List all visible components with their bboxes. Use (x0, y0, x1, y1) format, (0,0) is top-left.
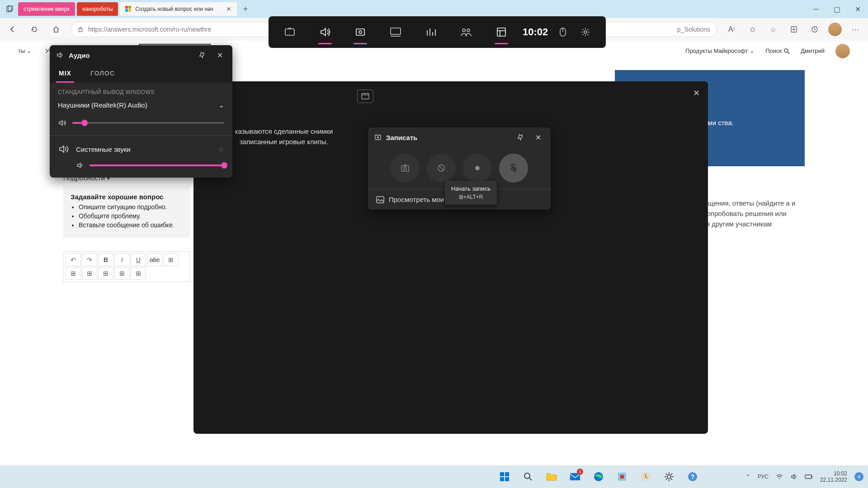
star-button[interactable]: ✩ (745, 22, 760, 37)
tab-2[interactable]: нанороботы (77, 2, 118, 16)
tips-title: Задавайте хорошие вопрос (71, 193, 183, 201)
wifi-icon[interactable] (776, 473, 783, 480)
underline-button[interactable]: U (131, 253, 146, 266)
gb-mouse-icon[interactable] (552, 16, 574, 48)
tab-close-icon[interactable]: ✕ (226, 5, 231, 13)
table-button[interactable]: ⊞ (163, 253, 179, 266)
start-record-button[interactable] (463, 154, 492, 183)
maximize-button[interactable]: ▢ (826, 0, 847, 18)
search-taskbar-button[interactable] (518, 468, 538, 486)
back-button[interactable] (5, 22, 20, 37)
close-window-button[interactable]: ✕ (847, 0, 868, 18)
svg-rect-10 (362, 94, 369, 99)
last30-button[interactable] (427, 154, 456, 183)
svg-rect-17 (497, 28, 505, 36)
profile-avatar[interactable] (828, 23, 842, 36)
lock-icon (77, 26, 84, 33)
tray-time[interactable]: 10:02 (820, 470, 847, 477)
svg-rect-5 (128, 9, 131, 12)
gb-settings-icon[interactable] (574, 16, 597, 48)
tab-label: стремление вверх (24, 6, 70, 12)
user-avatar[interactable] (835, 44, 850, 58)
table6-button[interactable]: ⊞ (131, 267, 146, 280)
tab-active[interactable]: Создать новый вопрос или нач ✕ (120, 2, 236, 16)
explorer-button[interactable] (542, 468, 561, 486)
tab-voice[interactable]: ГОЛОС (88, 65, 118, 83)
start-button[interactable] (495, 468, 514, 486)
gb-capture-icon[interactable] (343, 16, 378, 48)
svg-point-19 (584, 31, 587, 33)
gamebar: 10:02 (269, 16, 606, 48)
svg-point-25 (475, 166, 480, 170)
undo-button[interactable]: ↶ (66, 253, 81, 266)
table2-button[interactable]: ⊞ (66, 267, 81, 280)
collections-button[interactable] (787, 22, 801, 37)
gb-widget-icon[interactable] (484, 16, 519, 48)
window-icon[interactable] (357, 89, 373, 103)
editor-toolbar: ↶ ↷ B I U abc ⊞ ⊞ ⊞ ⊞ ⊞ ⊞ (63, 251, 190, 282)
gb-performance-icon[interactable] (378, 16, 413, 48)
svg-point-15 (462, 29, 465, 32)
svg-point-13 (359, 31, 362, 33)
gb-xbox-icon[interactable] (272, 16, 307, 48)
new-tab-button[interactable]: + (239, 5, 253, 14)
mic-toggle-button[interactable] (499, 154, 528, 183)
gb-audio-icon[interactable] (307, 16, 343, 48)
tab-actions-button[interactable] (4, 3, 16, 15)
svg-rect-22 (401, 166, 409, 171)
svg-rect-11 (285, 29, 294, 35)
overlay-close-icon[interactable]: ✕ (693, 88, 700, 98)
speaker-icon (56, 51, 64, 59)
mail-button[interactable]: 1 (565, 468, 585, 486)
notification-badge[interactable]: 4 (854, 472, 863, 481)
gb-resources-icon[interactable] (413, 16, 448, 48)
edge-button[interactable] (589, 468, 609, 486)
tooltip-text: Начать запись (451, 185, 491, 192)
lang-indicator[interactable]: РУС (758, 474, 769, 480)
svg-rect-29 (505, 472, 509, 476)
tab-label: Создать новый вопрос или нач (135, 6, 213, 12)
close-audio-icon[interactable]: ✕ (213, 49, 226, 61)
battery-icon[interactable] (805, 474, 813, 480)
svg-point-32 (524, 473, 530, 479)
settings-taskbar-button[interactable] (659, 468, 679, 486)
username[interactable]: Дмитрий (801, 47, 825, 54)
audio-device-name: Наушники (Realtek(R) Audio) (58, 101, 147, 109)
strike-button[interactable]: abc (147, 253, 162, 266)
table4-button[interactable]: ⊞ (98, 267, 113, 280)
read-aloud-button[interactable]: Aℐ (724, 22, 739, 37)
svg-point-21 (377, 136, 379, 138)
history-button[interactable] (807, 22, 822, 37)
pin-icon[interactable] (196, 49, 209, 61)
minimize-button[interactable]: ─ (806, 0, 826, 18)
system-volume-slider[interactable] (90, 164, 224, 166)
gb-social-icon[interactable] (448, 16, 484, 48)
chevron-down-icon[interactable]: ⌄ (218, 101, 224, 109)
header-link-1[interactable]: ты ⌄ (18, 47, 32, 54)
device-volume-slider[interactable] (72, 122, 224, 124)
favorites-button[interactable]: ☆ (766, 22, 780, 37)
table3-button[interactable]: ⊞ (82, 267, 97, 280)
close-record-icon[interactable]: ✕ (532, 131, 544, 144)
tray-chevron-icon[interactable]: ⌃ (746, 474, 750, 480)
italic-button[interactable]: I (114, 253, 130, 266)
search-link[interactable]: Поиск (765, 47, 790, 54)
help-button[interactable]: ? (683, 468, 703, 486)
table5-button[interactable]: ⊞ (114, 267, 130, 280)
app1-button[interactable] (612, 468, 632, 486)
refresh-button[interactable] (27, 22, 42, 37)
tab-mix[interactable]: MIX (56, 65, 74, 83)
star-icon[interactable]: ☆ (218, 145, 224, 154)
screenshot-button[interactable] (391, 154, 420, 183)
tray-date[interactable]: 22.11.2022 (820, 477, 847, 483)
app2-button[interactable] (636, 468, 656, 486)
products-link[interactable]: Продукты Майкрософт ⌄ (685, 47, 755, 54)
pin-record-icon[interactable] (514, 131, 527, 144)
tab-1[interactable]: стремление вверх (18, 2, 75, 16)
sound-tray-icon[interactable] (790, 473, 797, 480)
bold-button[interactable]: B (98, 253, 113, 266)
audio-panel: Аудио ✕ MIX ГОЛОС СТАНДАРТНЫЙ ВЫВОД WIND… (50, 45, 232, 178)
more-button[interactable]: ⋯ (848, 22, 863, 37)
redo-button[interactable]: ↷ (82, 253, 97, 266)
home-button[interactable] (49, 22, 63, 37)
